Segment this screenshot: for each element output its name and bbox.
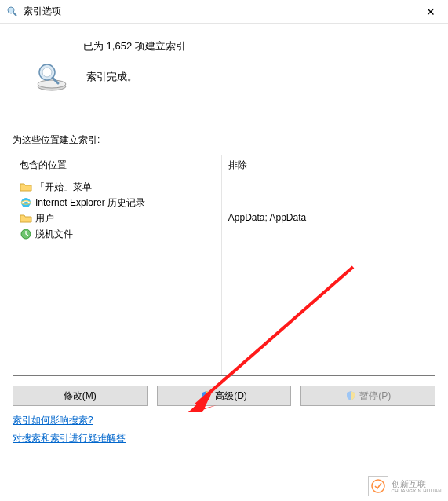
svg-line-1: [13, 13, 16, 16]
list-item-label: 用户: [35, 212, 54, 225]
close-button[interactable]: ✕: [413, 0, 448, 24]
modify-button[interactable]: 修改(M): [13, 386, 148, 406]
titlebar: 索引选项 ✕: [0, 0, 448, 24]
list-item[interactable]: 脱机文件: [16, 226, 218, 242]
excluded-column: 排除 AppData; AppData: [222, 155, 435, 375]
button-label: 修改(M): [64, 389, 97, 403]
pause-button[interactable]: 暂停(P): [300, 386, 435, 406]
list-item[interactable]: 用户: [16, 210, 218, 226]
locations-section-label: 为这些位置建立索引:: [13, 133, 435, 147]
ie-icon: [20, 196, 32, 209]
link-troubleshoot[interactable]: 对搜索和索引进行疑难解答: [13, 432, 435, 445]
shield-icon: [201, 390, 212, 401]
link-how-affects-search[interactable]: 索引如何影响搜索?: [13, 414, 435, 427]
list-item-label: 脱机文件: [35, 228, 73, 241]
index-count-text: 已为 1,652 项建立索引: [83, 39, 435, 53]
index-complete-text: 索引完成。: [86, 70, 137, 84]
locations-list: 包含的位置 「开始」菜单 Internet Explorer 历史记录: [13, 155, 435, 376]
button-row: 修改(M) 高级(D) 暂停(P): [13, 386, 435, 406]
svg-point-5: [42, 68, 52, 77]
list-item-label: Internet Explorer 历史记录: [35, 196, 145, 210]
list-item[interactable]: 「开始」菜单: [16, 179, 218, 195]
folder-icon: [20, 212, 32, 225]
included-header[interactable]: 包含的位置: [13, 155, 221, 177]
svg-point-0: [8, 7, 14, 13]
button-label: 高级(D): [215, 389, 247, 403]
advanced-button[interactable]: 高级(D): [157, 386, 292, 406]
excluded-value: AppData; AppData: [222, 209, 435, 226]
watermark: 创新互联 CHUANGXIN HULIAN: [368, 476, 442, 496]
watermark-brand: 创新互联: [392, 479, 442, 488]
list-item-label: 「开始」菜单: [35, 181, 92, 194]
close-icon: ✕: [426, 5, 435, 18]
watermark-logo-icon: [368, 476, 388, 496]
magnifier-drive-icon: [33, 61, 71, 93]
offline-files-icon: [20, 228, 32, 240]
list-item[interactable]: Internet Explorer 历史记录: [16, 195, 218, 210]
watermark-sub: CHUANGXIN HULIAN: [392, 488, 442, 494]
content-area: 已为 1,652 项建立索引 索引完成。 为这些位置建立索引: 包含的位置 「开…: [0, 24, 448, 453]
svg-point-13: [372, 480, 384, 492]
index-options-icon: [6, 5, 19, 18]
excluded-header[interactable]: 排除: [222, 155, 435, 177]
button-label: 暂停(P): [359, 389, 391, 403]
folder-icon: [20, 181, 32, 193]
svg-point-3: [38, 80, 66, 88]
included-column: 包含的位置 「开始」菜单 Internet Explorer 历史记录: [13, 155, 222, 375]
shield-icon: [345, 390, 356, 401]
window-title: 索引选项: [24, 5, 61, 18]
